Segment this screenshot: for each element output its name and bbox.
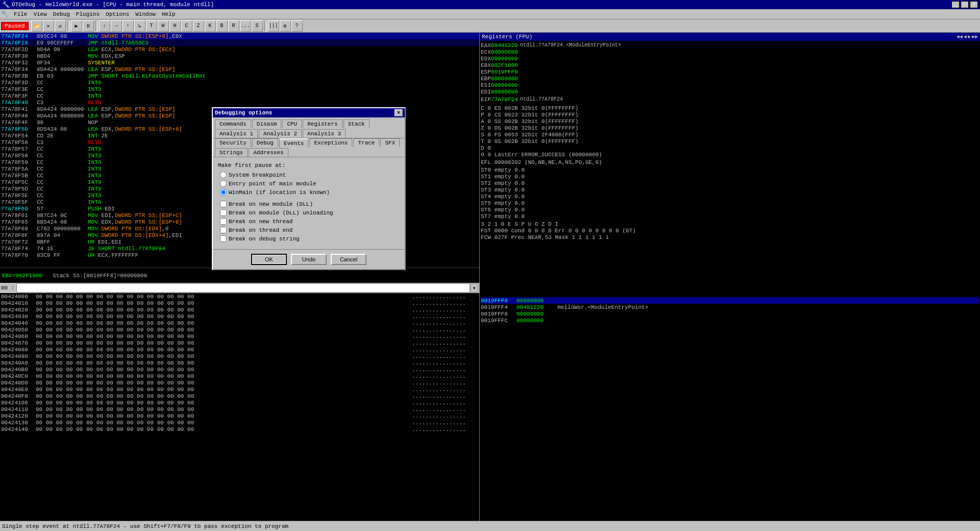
checkbox-input-new-module[interactable] bbox=[220, 201, 227, 207]
memory-combo-input[interactable] bbox=[16, 283, 470, 293]
checkbox-new-thread[interactable]: Break on new thread bbox=[220, 218, 400, 225]
toolbar-step-into[interactable]: ↓ bbox=[99, 20, 110, 32]
toolbar-w[interactable]: W bbox=[158, 20, 169, 32]
status-text: Single step event at ntdll.77A78F24 - us… bbox=[2, 523, 288, 529]
radio-input-winmain[interactable] bbox=[220, 189, 227, 196]
dialog-close-button[interactable]: × bbox=[395, 109, 403, 116]
checkbox-input-debug-string[interactable] bbox=[220, 235, 227, 242]
memory-line: 004240D000 00 00 00 00 00 00 00 00 00 00… bbox=[0, 379, 479, 386]
disasm-line[interactable]: 77A78F30 8BD4 MOV EDX,ESP bbox=[0, 53, 479, 59]
disasm-line[interactable]: 77A78F3D CC INT3 bbox=[0, 79, 479, 86]
toolbar-dots[interactable]: ... bbox=[240, 20, 251, 32]
toolbar-run[interactable]: ▶ bbox=[71, 20, 82, 32]
tab-commands[interactable]: Commands bbox=[215, 119, 251, 128]
tab-exceptions[interactable]: Exceptions bbox=[309, 138, 352, 147]
reg-nav-left2[interactable]: ◄ bbox=[964, 34, 967, 40]
toolbar-restart[interactable]: ↺ bbox=[55, 20, 66, 32]
toolbar-pause[interactable]: ⏸ bbox=[83, 20, 94, 32]
close-button[interactable]: × bbox=[970, 1, 978, 8]
checkbox-unloading[interactable]: Break on module (DLL) unloading bbox=[220, 209, 400, 216]
undo-button[interactable]: Undo bbox=[291, 254, 327, 265]
maximize-button[interactable]: □ bbox=[961, 1, 969, 8]
toolbar-close[interactable]: ✕ bbox=[43, 20, 54, 32]
disasm-line[interactable]: 77A78F3B EB 03 JMP SHORT ntdll.KiFastSys… bbox=[0, 73, 479, 79]
menu-options[interactable]: Options bbox=[103, 10, 132, 18]
disasm-line[interactable]: 77A78F28 E9 96CEFEFF JMP ntdll.77A650C3 bbox=[0, 39, 479, 46]
menu-help[interactable]: Help bbox=[159, 10, 178, 18]
disasm-line[interactable]: 77A78F34 8DA424 0000000 LEA ESP,DWORD PT… bbox=[0, 66, 479, 73]
tab-debug[interactable]: Debug bbox=[252, 138, 278, 147]
toolbar-plugin[interactable]: ? bbox=[291, 20, 303, 32]
tab-security[interactable]: Security bbox=[215, 138, 251, 147]
tab-addresses[interactable]: Addresses bbox=[249, 148, 288, 157]
tab-trace[interactable]: Trace bbox=[353, 138, 379, 147]
toolbar-s[interactable]: S bbox=[252, 20, 263, 32]
reg-flag-s: S 0 FS 0053 32bit 2F4000(FFF) bbox=[481, 131, 979, 138]
radio-system-breakpoint[interactable]: System breakpoint bbox=[220, 172, 400, 178]
disasm-line[interactable]: 77A78F40 C3 RETN bbox=[0, 99, 479, 106]
disasm-line[interactable]: 77A78F32 0F34 SYSENTER bbox=[0, 59, 479, 66]
toolbar-h[interactable]: H bbox=[169, 20, 181, 32]
toolbar-run-to-cursor[interactable]: ↳ bbox=[134, 20, 145, 32]
reg-nav-left1[interactable]: ◄◄ bbox=[957, 34, 963, 40]
reg-nav-right1[interactable]: ► bbox=[968, 34, 971, 40]
toolbar-step-out[interactable]: ↑ bbox=[122, 20, 134, 32]
checkbox-input-unloading[interactable] bbox=[220, 209, 227, 216]
disasm-line[interactable]: 77A78F3F CC INT3 bbox=[0, 92, 479, 99]
tab-events[interactable]: Events bbox=[279, 138, 309, 148]
toolbar-step-over[interactable]: → bbox=[111, 20, 122, 32]
toolbar-mem[interactable]: ||| bbox=[268, 20, 279, 32]
memory-line: 0042406000 00 00 00 00 00 00 00 00 00 00… bbox=[0, 333, 479, 340]
memory-combo-dropdown[interactable]: ▼ bbox=[470, 283, 478, 293]
registers-title-text: Registers (FPU) bbox=[482, 34, 532, 40]
tab-disasm[interactable]: Disasm bbox=[252, 119, 282, 128]
fcw-line: FCW 027F Prec NEAR,53 Mask 1 1 1 1 1 1 bbox=[481, 234, 979, 240]
tab-strings[interactable]: Strings bbox=[215, 148, 248, 157]
tab-cpu[interactable]: CPU bbox=[282, 119, 302, 128]
registers-panel-nav[interactable]: ◄◄ ◄ ► ►► bbox=[957, 34, 978, 40]
radio-entry-point[interactable]: Entry point of main module bbox=[220, 180, 400, 187]
checkbox-thread-end[interactable]: Break on thread end bbox=[220, 227, 400, 233]
menu-plugins[interactable]: Plugins bbox=[73, 10, 103, 18]
toolbar-z[interactable]: Z bbox=[193, 20, 204, 32]
minimize-button[interactable]: _ bbox=[951, 1, 960, 8]
memory-panel[interactable]: 0042400000 00 00 00 00 00 00 00 00 00 00… bbox=[0, 293, 479, 521]
toolbar-c[interactable]: C bbox=[181, 20, 192, 32]
menu-view[interactable]: View bbox=[30, 10, 50, 18]
checkbox-group: Break on new module (DLL) Break on modul… bbox=[220, 201, 400, 242]
reg-line-esp: ESP 0019FFF0 bbox=[481, 68, 979, 75]
disasm-line[interactable]: 77A78F24 895C24 08 MOV DWORD PTR SS:[ESP… bbox=[0, 33, 479, 39]
tab-analysis2[interactable]: Analysis 2 bbox=[259, 129, 302, 138]
menu-window[interactable]: Window bbox=[132, 10, 159, 18]
checkbox-debug-string[interactable]: Break on debug string bbox=[220, 235, 400, 242]
toolbar-open[interactable]: 📂 bbox=[31, 20, 42, 32]
checkbox-input-thread-end[interactable] bbox=[220, 227, 227, 233]
tab-analysis1[interactable]: Analysis 1 bbox=[215, 129, 258, 138]
disasm-line[interactable]: 77A78F2D 8D4A 08 LEA ECX,DWORD PTR DS:[E… bbox=[0, 46, 479, 53]
cancel-button[interactable]: Cancel bbox=[331, 254, 366, 265]
title-bar-controls[interactable]: _ □ × bbox=[951, 1, 978, 8]
radio-winmain[interactable]: WinMain (if location is known) bbox=[220, 189, 400, 196]
menu-debug[interactable]: Debug bbox=[50, 10, 73, 18]
tab-stack[interactable]: Stack bbox=[344, 119, 370, 128]
debugging-options-dialog[interactable]: Debugging options × Commands Disasm CPU … bbox=[212, 107, 406, 270]
ok-button[interactable]: OK bbox=[251, 254, 287, 265]
reg-nav-right2[interactable]: ►► bbox=[972, 34, 978, 40]
checkbox-new-module[interactable]: Break on new module (DLL) bbox=[220, 201, 400, 207]
toolbar-t[interactable]: T bbox=[146, 20, 157, 32]
radio-input-system[interactable] bbox=[220, 172, 227, 178]
memory-addr-label: 00 : bbox=[1, 285, 14, 291]
toolbar-patch[interactable]: ⚙ bbox=[280, 20, 291, 32]
toolbar-r[interactable]: R bbox=[228, 20, 239, 32]
tab-analysis3[interactable]: Analysis 3 bbox=[303, 129, 346, 138]
checkbox-input-new-thread[interactable] bbox=[220, 218, 227, 225]
toolbar-b[interactable]: B bbox=[216, 20, 228, 32]
radio-input-entry[interactable] bbox=[220, 180, 227, 187]
tab-sfx[interactable]: SFX bbox=[380, 138, 400, 147]
toolbar-k[interactable]: K bbox=[205, 20, 216, 32]
disasm-line[interactable]: 77A78F3E CC INT3 bbox=[0, 86, 479, 92]
checkbox-label-new-module: Break on new module (DLL) bbox=[229, 201, 313, 207]
memory-combo[interactable]: ▼ bbox=[16, 283, 478, 293]
tab-registers[interactable]: Registers bbox=[303, 119, 342, 128]
menu-file[interactable]: File bbox=[11, 10, 30, 18]
